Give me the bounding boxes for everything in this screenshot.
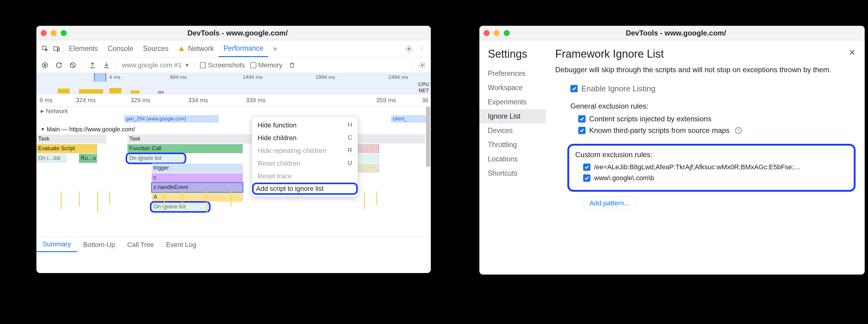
- flame-bar-task[interactable]: Task: [36, 134, 106, 143]
- ctx-reset-children: Reset childrenU: [252, 157, 358, 170]
- ctx-reset-trace: Reset trace: [252, 170, 358, 183]
- trash-icon[interactable]: [288, 61, 297, 69]
- settings-gear-icon[interactable]: [418, 61, 427, 69]
- settings-sidebar: Settings Preferences Workspace Experimen…: [479, 40, 546, 274]
- ctx-hide-children[interactable]: Hide childrenC: [252, 132, 358, 144]
- ctx-add-ignore-list[interactable]: Add script to ignore list: [252, 183, 358, 195]
- profile-select[interactable]: www.google.com #1 ▾: [122, 61, 189, 69]
- flame-bar[interactable]: [358, 164, 379, 173]
- ctx-hide-repeating: Hide repeating childrenR: [252, 144, 358, 157]
- custom-rule-checkbox[interactable]: /ee=ALeJib:B8gLwd;AfeaP:TkrAjf;Afksuc:wM…: [583, 163, 848, 171]
- overview-timeline[interactable]: 4 ms 994 ms 1494 ms 1994 ms 2494 ms CPU …: [36, 73, 431, 94]
- main-track-header[interactable]: ▼Main — https://www.google.com/: [36, 125, 431, 134]
- flame-bar[interactable]: [358, 154, 379, 163]
- checkbox-checked-icon: [583, 174, 590, 182]
- sidebar-item-preferences[interactable]: Preferences: [479, 66, 546, 81]
- custom-rule-checkbox[interactable]: www\.google\.com\b: [583, 174, 848, 182]
- titlebar: DevTools - www.google.com/: [479, 26, 865, 40]
- minimize-window-button[interactable]: [51, 30, 57, 36]
- help-icon[interactable]: ?: [735, 127, 742, 134]
- time-ruler: 9 ms 324 ms 329 ms 334 ms 339 ms 359 ms …: [36, 94, 431, 106]
- memory-checkbox[interactable]: Memory: [250, 61, 282, 69]
- record-button[interactable]: [41, 61, 49, 69]
- kebab-menu-icon[interactable]: ⋮: [418, 44, 427, 53]
- perf-toolbar: www.google.com #1 ▾ Screenshots Memory: [36, 57, 431, 73]
- devtools-performance-window: DevTools - www.google.com/ Elements Cons…: [36, 26, 431, 273]
- window-title: DevTools - www.google.com/: [510, 29, 860, 37]
- checkbox-checked-icon: [578, 115, 586, 123]
- subtab-event-log[interactable]: Event Log: [160, 237, 202, 252]
- sidebar-item-throttling[interactable]: Throttling: [479, 138, 546, 152]
- reload-record-button[interactable]: [55, 61, 63, 69]
- minimize-window-button[interactable]: [494, 30, 500, 36]
- subtab-call-tree[interactable]: Call Tree: [121, 237, 160, 252]
- sidebar-item-experiments[interactable]: Experiments: [479, 95, 546, 109]
- flame-chart-panel[interactable]: ▶Network gen_204 (www.google.com) client…: [36, 106, 431, 237]
- download-icon[interactable]: [102, 61, 111, 69]
- page-title: Framework Ignore List: [555, 47, 856, 60]
- overview-selection[interactable]: [94, 73, 106, 82]
- flame-bar-function-call[interactable]: Function Call: [127, 144, 243, 153]
- network-track-header[interactable]: ▶Network: [36, 106, 431, 116]
- general-rule-checkbox[interactable]: Known third-party scripts from source ma…: [578, 126, 856, 135]
- subtab-bottom-up[interactable]: Bottom-Up: [77, 237, 121, 252]
- subtab-summary[interactable]: Summary: [36, 237, 77, 252]
- custom-rules-highlight: Custom exclusion rules: /ee=ALeJib:B8gLw…: [567, 144, 856, 192]
- titlebar: DevTools - www.google.com/: [36, 26, 431, 40]
- screenshots-checkbox[interactable]: Screenshots: [200, 61, 245, 69]
- maximize-window-button[interactable]: [504, 30, 510, 36]
- panel-tabs: Elements Console Sources Network Perform…: [36, 40, 431, 57]
- flame-bar[interactable]: c: [152, 173, 243, 182]
- sidebar-item-locations[interactable]: Locations: [479, 152, 546, 166]
- sidebar-item-workspace[interactable]: Workspace: [479, 81, 546, 95]
- context-menu: Hide functionH Hide childrenC Hide repea…: [252, 117, 358, 197]
- sidebar-item-ignore-list[interactable]: Ignore List: [479, 109, 546, 124]
- general-rules-heading: General exclusion rules:: [570, 102, 856, 110]
- network-request[interactable]: gen_204 (www.google.com): [124, 116, 218, 122]
- highlight-ignore-list-badge: [126, 153, 186, 164]
- close-window-button[interactable]: [41, 30, 47, 36]
- custom-rules-heading: Custom exclusion rules:: [575, 151, 848, 159]
- inspect-icon[interactable]: [41, 44, 50, 54]
- checkbox-checked-icon: [578, 127, 586, 134]
- flame-bar-on-ignore-list[interactable]: On i…list: [36, 154, 67, 163]
- checkbox-checked-icon: [583, 164, 590, 171]
- more-tabs-button[interactable]: »: [268, 40, 282, 57]
- sidebar-item-devices[interactable]: Devices: [479, 124, 546, 138]
- flame-bar-selected[interactable]: z.handleEvent: [152, 183, 243, 192]
- svg-point-8: [422, 64, 423, 66]
- page-description: Debugger will skip through the scripts a…: [555, 65, 856, 75]
- checkbox-checked-icon: [570, 85, 578, 92]
- scrollbar[interactable]: [426, 106, 430, 167]
- close-icon[interactable]: ✕: [848, 47, 856, 58]
- flame-bar[interactable]: trigger: [152, 164, 243, 173]
- svg-line-7: [71, 63, 74, 67]
- general-rule-checkbox[interactable]: Content scripts injected by extensions: [578, 115, 856, 123]
- devtools-settings-window: DevTools - www.google.com/ Settings Pref…: [479, 26, 865, 274]
- gear-icon[interactable]: [405, 44, 413, 53]
- traffic-lights: [41, 30, 67, 36]
- ctx-hide-function[interactable]: Hide functionH: [252, 119, 358, 132]
- flame-bar[interactable]: Ru…s: [79, 154, 97, 163]
- device-toggle-icon[interactable]: [52, 44, 61, 54]
- add-pattern-button[interactable]: Add pattern...: [583, 197, 637, 210]
- enable-ignore-listing-checkbox[interactable]: Enable Ignore Listing: [570, 84, 856, 93]
- tab-performance[interactable]: Performance: [218, 40, 268, 57]
- tab-console[interactable]: Console: [103, 40, 138, 57]
- tab-elements[interactable]: Elements: [64, 40, 103, 57]
- flame-bar[interactable]: [358, 144, 379, 153]
- tab-sources[interactable]: Sources: [138, 40, 173, 57]
- maximize-window-button[interactable]: [61, 30, 67, 36]
- tab-network[interactable]: Network: [174, 40, 219, 57]
- upload-icon[interactable]: [88, 61, 97, 69]
- settings-heading: Settings: [479, 47, 546, 66]
- sidebar-item-shortcuts[interactable]: Shortcuts: [479, 166, 546, 181]
- activity-ticks: [36, 191, 431, 216]
- clear-button[interactable]: [68, 61, 77, 69]
- detail-tabs: Summary Bottom-Up Call Tree Event Log: [36, 237, 431, 252]
- close-window-button[interactable]: [484, 30, 490, 36]
- flame-bar-evaluate-script[interactable]: Evaluate Script: [36, 144, 97, 153]
- window-title: DevTools - www.google.com/: [67, 29, 427, 37]
- network-request[interactable]: client_: [391, 116, 428, 122]
- svg-point-5: [44, 64, 46, 66]
